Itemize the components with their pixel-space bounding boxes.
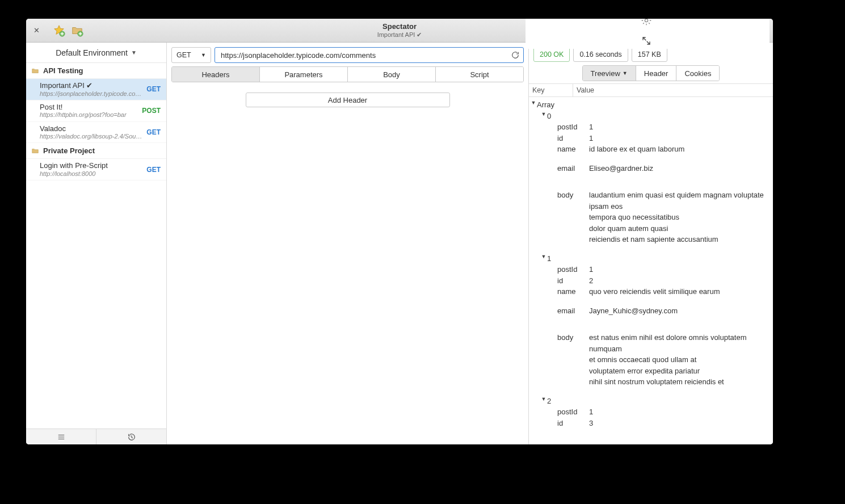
tree-field: nameid labore ex et quam laborum — [530, 144, 772, 155]
tree-field: id3 — [530, 418, 772, 429]
request-method: GET — [146, 128, 161, 136]
tree-field: id2 — [530, 275, 772, 287]
request-subtabs: HeadersParametersBodyScript — [171, 66, 524, 82]
titlebar: ✕ Spectator Important API ✔ — [26, 19, 773, 43]
view-tab-header[interactable]: Header — [636, 66, 677, 81]
folder[interactable]: Private Project — [26, 143, 166, 159]
request-method: GET — [146, 85, 161, 93]
tree-key: name — [557, 286, 589, 297]
tree-value: 1 — [589, 406, 772, 418]
fullscreen-button[interactable] — [638, 33, 655, 49]
tree-value: Jayne_Kuhic@sydney.com — [589, 305, 772, 317]
tree-key: body — [557, 332, 589, 343]
tree-node[interactable]: ▼0 — [530, 111, 772, 122]
tree-key: postId — [557, 264, 589, 275]
request-url: https://valadoc.org/libsoup-2.4/Sou… — [40, 133, 144, 140]
folder-label: API Testing — [43, 66, 83, 75]
disclosure-triangle-icon[interactable]: ▼ — [540, 111, 547, 119]
tree-key: name — [557, 144, 589, 155]
tree-field: namequo vero reiciendis velit similique … — [530, 286, 772, 297]
view-tab-treeview[interactable]: Treeview ▼ — [583, 66, 636, 81]
request-panel: GET ▼ HeadersParametersBodyScript Add He… — [167, 43, 529, 444]
tree-key: postId — [557, 406, 589, 418]
tree-field: postId1 — [530, 264, 772, 275]
tree-node[interactable]: ▼1 — [530, 253, 772, 264]
disclosure-triangle-icon[interactable]: ▼ — [540, 396, 547, 404]
request-item[interactable]: Login with Pre-Scripthttp://localhost:80… — [26, 159, 166, 180]
history-icon — [127, 432, 136, 442]
sidebar-footer — [26, 429, 166, 444]
response-size-badge: 157 KB — [632, 47, 667, 62]
tree-value: 1 — [589, 133, 772, 144]
request-name: Login with Pre-Script — [40, 161, 144, 170]
tree-key: id — [557, 133, 589, 144]
tree-value: quo vero reiciendis velit similique earu… — [589, 286, 772, 297]
tree-value: Eliseo@gardner.biz — [589, 163, 772, 174]
tree-field: postId1 — [530, 406, 772, 418]
chevron-down-icon: ▼ — [623, 70, 628, 76]
settings-button[interactable] — [638, 19, 655, 28]
environment-selector[interactable]: Default Environment ▼ — [26, 43, 166, 63]
tree-value: 1 — [589, 264, 772, 275]
response-columns: Key Value — [529, 83, 773, 97]
tree-field: bodyest natus enim nihil est dolore omni… — [530, 332, 772, 388]
response-view-tabs: Treeview ▼HeaderCookies — [582, 65, 720, 81]
tab-script[interactable]: Script — [436, 67, 523, 82]
reload-icon — [511, 51, 520, 60]
response-treeview[interactable]: ▼Array▼0postId1id1nameid labore ex et qu… — [529, 97, 773, 444]
request-url: https://jsonplaceholder.typicode.co… — [40, 90, 144, 98]
folder-label: Private Project — [43, 146, 95, 155]
add-header-label: Add Header — [328, 96, 367, 104]
tree-value: 0 — [547, 111, 772, 122]
tree-value: 2 — [547, 396, 772, 407]
tab-parameters[interactable]: Parameters — [260, 67, 348, 82]
request-url: http://localhost:8000 — [40, 170, 144, 178]
environment-label: Default Environment — [56, 48, 128, 57]
tree-key: email — [557, 163, 589, 174]
sidebar: Default Environment ▼ API TestingImporta… — [26, 43, 167, 444]
tree-key: id — [557, 275, 589, 287]
disclosure-triangle-icon[interactable]: ▼ — [540, 253, 547, 261]
tree-key: id — [557, 418, 589, 429]
column-value: Value — [573, 84, 773, 96]
folder[interactable]: API Testing — [26, 63, 166, 79]
request-item[interactable]: Important API ✔https://jsonplaceholder.t… — [26, 79, 166, 100]
request-name: Valadoc — [40, 124, 144, 133]
request-item[interactable]: Valadochttps://valadoc.org/libsoup-2.4/S… — [26, 122, 166, 144]
request-item[interactable]: Post It!https://httpbin.org/post?foo=bar… — [26, 100, 166, 122]
tree-field: emailJayne_Kuhic@sydney.com — [530, 305, 772, 317]
tree-key: body — [557, 190, 589, 201]
sidebar-menu-button[interactable] — [26, 429, 96, 444]
http-method-select[interactable]: GET ▼ — [171, 47, 211, 63]
column-key: Key — [529, 84, 573, 96]
request-name: Post It! — [40, 103, 140, 112]
disclosure-triangle-icon[interactable]: ▼ — [530, 99, 537, 107]
response-time-badge: 0.16 seconds — [573, 47, 628, 62]
tree-node[interactable]: ▼Array — [530, 99, 772, 111]
tree-field: id1 — [530, 133, 772, 144]
tree-value: id labore ex et quam laborum — [589, 144, 772, 155]
svg-point-2 — [645, 19, 648, 22]
response-status-badge: 200 OK — [533, 47, 570, 62]
tree-value: 1 — [547, 253, 772, 264]
new-request-favorite-button[interactable] — [51, 23, 67, 39]
sidebar-history-button[interactable] — [96, 429, 166, 444]
view-tab-cookies[interactable]: Cookies — [676, 66, 719, 81]
tree-node[interactable]: ▼2 — [530, 396, 772, 407]
add-header-button[interactable]: Add Header — [246, 93, 450, 107]
tab-headers[interactable]: Headers — [172, 67, 260, 82]
tree-field: bodylaudantium enim quasi est quidem mag… — [530, 190, 772, 245]
new-folder-button[interactable] — [69, 23, 85, 39]
request-method: POST — [142, 107, 161, 115]
tree-value: Array — [537, 99, 772, 111]
tree-field: emailEliseo@gardner.biz — [530, 163, 772, 174]
url-input[interactable] — [220, 51, 511, 60]
close-button[interactable]: ✕ — [30, 24, 43, 37]
tab-body[interactable]: Body — [348, 67, 436, 82]
tree-value: 3 — [589, 418, 772, 429]
request-tree: API TestingImportant API ✔https://jsonpl… — [26, 63, 166, 429]
folder-icon — [31, 147, 40, 155]
http-method-value: GET — [176, 51, 191, 59]
tree-key: email — [557, 305, 589, 317]
send-request-button[interactable] — [511, 51, 520, 60]
